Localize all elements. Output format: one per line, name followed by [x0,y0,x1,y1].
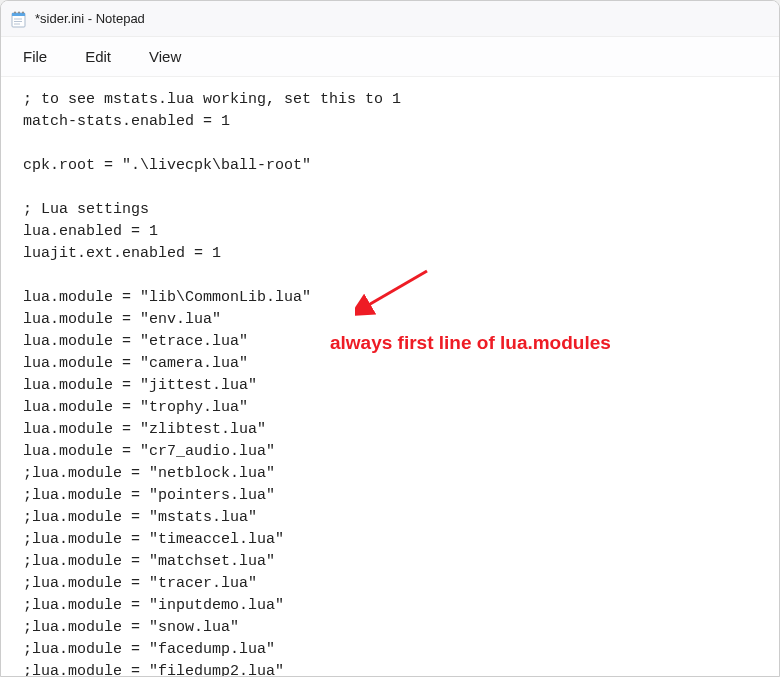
menubar: File Edit View [1,37,779,77]
annotation-text: always first line of lua.modules [330,332,611,354]
svg-point-4 [22,11,24,13]
menu-file[interactable]: File [13,42,57,71]
titlebar: *sider.ini - Notepad [1,1,779,37]
notepad-icon [11,10,27,28]
svg-point-3 [18,11,20,13]
editor-content[interactable]: ; to see mstats.lua working, set this to… [1,77,779,676]
svg-point-2 [14,11,16,13]
menu-edit[interactable]: Edit [75,42,121,71]
menu-view[interactable]: View [139,42,191,71]
window-title: *sider.ini - Notepad [35,11,145,26]
